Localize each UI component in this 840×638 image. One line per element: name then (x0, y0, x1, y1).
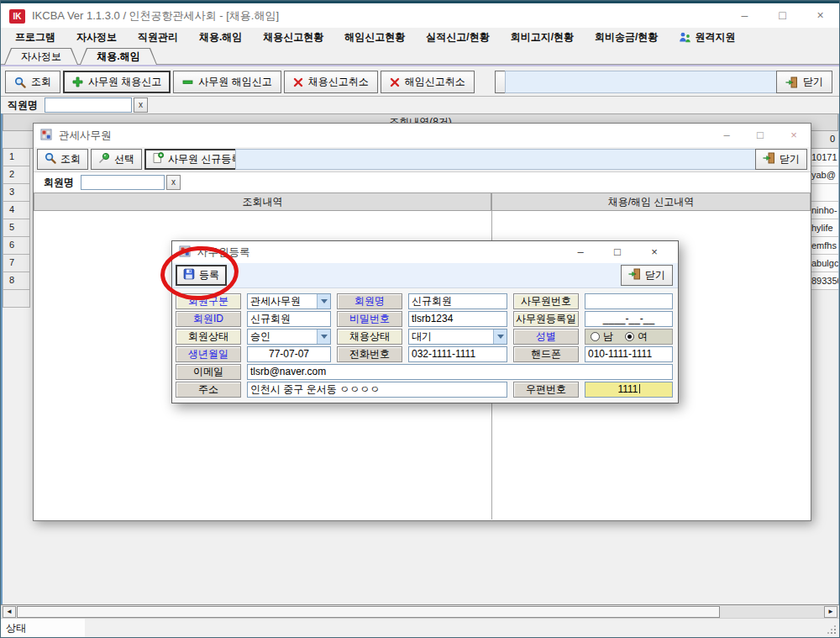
scroll-right-arrow[interactable]: ► (824, 606, 837, 618)
chevron-down-icon[interactable] (317, 330, 330, 344)
scroll-left-arrow[interactable]: ◄ (3, 606, 16, 618)
resize-grip[interactable] (834, 632, 836, 634)
row-header-7[interactable]: 7 (3, 255, 30, 272)
zipcode-label: 우편번호 (513, 382, 579, 398)
menu-item-9[interactable]: 회비송금/현황 (595, 30, 658, 45)
member-name-field[interactable]: 신규회원 (408, 293, 507, 309)
maximize-button[interactable]: □ (764, 3, 801, 28)
officer-reg-date-label: 사무원등록일 (513, 311, 579, 327)
gender-female-radio[interactable]: 여 (625, 330, 648, 344)
member-status-label: 회원상태 (176, 329, 241, 345)
dialog1-new-register-button[interactable]: 사무원 신규등록 (144, 149, 249, 170)
dialog1-toolbar: 조회 선택 사무원 신규등록 닫기 (34, 147, 811, 172)
menu-item-4[interactable]: 채용.해임 (199, 30, 242, 45)
birth-date-field[interactable]: 77-07-07 (247, 346, 331, 362)
officer-no-field[interactable] (585, 293, 673, 309)
member-type-combo[interactable]: 관세사무원 (247, 293, 331, 309)
member-name-input[interactable] (81, 175, 165, 190)
phone-label: 전화번호 (337, 346, 402, 362)
gender-male-radio[interactable]: 남 (591, 330, 613, 344)
grid-cell-partial[interactable]: ninho- (810, 202, 838, 219)
main-close-button[interactable]: 닫기 (776, 71, 832, 93)
toolbar-button-4[interactable]: 채용신고취소 (284, 71, 378, 93)
grid-cell-partial[interactable]: hylife (810, 219, 838, 237)
main-toolbar: 조회사무원 채용신고사무원 해임신고채용신고취소해임신고취소엑셀다운 닫기 (1, 66, 839, 97)
row-header-3[interactable]: 3 (3, 184, 30, 202)
pin-icon (98, 152, 110, 166)
address-field[interactable]: 인천시 중구 운서동 ㅇㅇㅇㅇ (247, 382, 507, 398)
password-field[interactable]: tlsrb1234 (408, 311, 507, 327)
register-button[interactable]: 등록 (176, 265, 227, 286)
toolbar-button-5[interactable]: 해임신고취소 (381, 71, 475, 93)
plus-icon (72, 76, 83, 87)
menu-item-7[interactable]: 실적신고/현황 (426, 30, 489, 45)
employee-filter-clear-button[interactable]: x (134, 98, 148, 113)
row-header-empty[interactable] (3, 290, 30, 308)
horizontal-scrollbar[interactable]: ◄ ► (1, 604, 839, 618)
mobile-field[interactable]: 010-1111-1111 (585, 346, 673, 362)
grid-cell-partial[interactable]: 893350 (810, 272, 838, 290)
menu-item-8[interactable]: 회비고지/현황 (511, 30, 574, 45)
address-label: 주소 (176, 382, 241, 398)
dialog2-minimize-button[interactable]: – (564, 241, 597, 263)
phone-field[interactable]: 032-1111-1111 (408, 346, 507, 362)
employee-name-input[interactable] (45, 98, 132, 113)
member-filter-clear-button[interactable]: x (166, 175, 181, 190)
menu-item-3[interactable]: 직원관리 (138, 30, 178, 45)
new-document-icon (152, 152, 164, 166)
member-status-combo[interactable]: 승인 (247, 329, 331, 345)
menu-bar: 프로그램자사정보직원관리채용.해임채용신고현황해임신고현황실적신고/현황회비고지… (1, 28, 839, 47)
dialog2-title: 사무원등록 (197, 241, 250, 263)
dialog1-search-button[interactable]: 조회 (37, 149, 88, 170)
xred-icon (293, 77, 303, 87)
row-header-4[interactable]: 4 (3, 202, 30, 219)
grid-cell-partial[interactable]: yab@ (810, 166, 838, 184)
dialog2-toolbar: 등록 닫기 (172, 263, 678, 288)
dialog1-close-button[interactable]: × (777, 124, 811, 147)
email-field[interactable]: tlsrb@naver.com (247, 364, 673, 380)
toolbar-button-1[interactable]: 조회 (5, 71, 60, 93)
dialog1-select-button[interactable]: 선택 (91, 149, 142, 170)
row-header-5[interactable]: 5 (3, 219, 30, 237)
grid-cell-partial[interactable]: emfhs (810, 237, 838, 255)
row-header-6[interactable]: 6 (3, 237, 30, 255)
dialog1-maximize-button[interactable]: □ (743, 124, 777, 147)
grid-cell-partial[interactable]: 10171 (810, 149, 838, 166)
dialog1-close-toolbar-button[interactable]: 닫기 (755, 149, 807, 170)
tab-hire-dismiss[interactable]: 채용.해임 (80, 48, 157, 65)
chevron-down-icon[interactable] (493, 330, 507, 344)
dialog2-close-toolbar-button[interactable]: 닫기 (621, 265, 673, 286)
zipcode-field[interactable]: 1111 (585, 382, 673, 398)
officer-reg-date-field[interactable]: ____-__-__ (585, 311, 673, 327)
chevron-down-icon[interactable] (317, 294, 330, 308)
menu-item-1[interactable]: 프로그램 (15, 30, 55, 45)
dialog2-close-button[interactable]: × (638, 241, 671, 263)
scrollbar-thumb[interactable] (17, 606, 720, 618)
member-type-label: 회원구분 (176, 293, 241, 309)
grid-cell-partial[interactable] (810, 184, 838, 202)
row-header-1[interactable]: 1 (3, 149, 30, 166)
row-header-2[interactable]: 2 (3, 166, 30, 184)
grid-cell-partial[interactable]: abulgc (810, 255, 838, 272)
tab-company-info[interactable]: 자사정보 (4, 48, 78, 65)
toolbar-button-3[interactable]: 사무원 해임신고 (173, 71, 281, 93)
dialog1-minimize-button[interactable]: – (710, 124, 743, 147)
row-header-8[interactable]: 8 (3, 272, 30, 290)
toolbar-button-2[interactable]: 사무원 채용신고 (63, 71, 171, 93)
employ-status-combo[interactable]: 대기 (408, 329, 507, 345)
close-button[interactable]: × (801, 3, 839, 28)
menu-item-10[interactable]: 원격지원 (679, 30, 735, 45)
radio-selected-icon (625, 332, 634, 341)
dialog2-maximize-button[interactable]: □ (601, 241, 634, 263)
member-id-label: 회원ID (176, 311, 241, 327)
password-label: 비밀번호 (337, 311, 402, 327)
app-window: IK IKCBA Ver 1.1.3.0 / 인천공항관세사회 - [채용.해임… (0, 0, 840, 638)
dialog1-toolbar-panel (235, 149, 757, 170)
member-id-field[interactable]: 신규회원 (247, 311, 331, 327)
gender-label: 성별 (513, 329, 579, 345)
menu-item-2[interactable]: 자사정보 (76, 30, 117, 45)
menu-item-5[interactable]: 채용신고현황 (263, 30, 323, 45)
employee-name-label: 직원명 (8, 98, 38, 113)
menu-item-6[interactable]: 해임신고현황 (344, 30, 405, 45)
minimize-button[interactable]: – (726, 3, 764, 28)
